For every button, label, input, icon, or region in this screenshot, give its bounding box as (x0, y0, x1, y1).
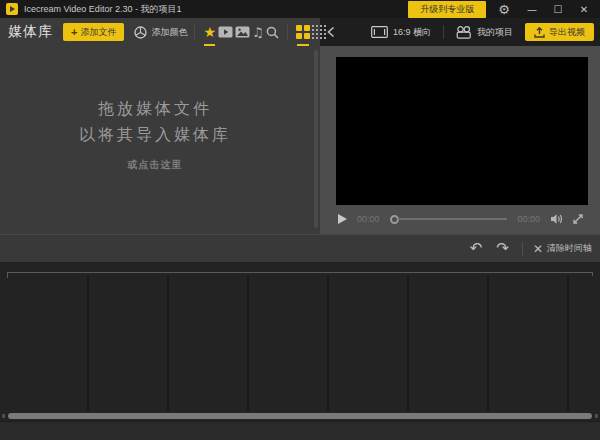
scroll-right-end[interactable] (595, 414, 598, 418)
tab-images[interactable] (235, 21, 250, 43)
grid-small-icon (312, 25, 327, 40)
app-logo-icon (6, 3, 18, 15)
add-color-button[interactable]: 添加颜色 (134, 26, 187, 39)
current-time: 00:00 (357, 214, 380, 224)
timeline-toolbar-separator (522, 242, 523, 256)
volume-icon (550, 213, 564, 225)
main-area: 拖放媒体文件 以将其导入媒体库 或点击这里 00:00 00:00 (0, 46, 600, 234)
media-library-panel: 拖放媒体文件 以将其导入媒体库 或点击这里 (0, 46, 320, 234)
aspect-ratio-icon (371, 26, 388, 38)
fullscreen-icon (572, 213, 584, 225)
video-icon (218, 26, 233, 38)
upgrade-pro-button[interactable]: 升级到专业版 (408, 1, 486, 18)
timeline-gridline (327, 275, 329, 411)
color-wheel-icon (134, 26, 147, 39)
search-button[interactable] (266, 21, 279, 43)
toolbar-row: 媒体库 + 添加文件 添加颜色 ★ (0, 18, 600, 46)
window-title: Icecream Video Editor 2.30 - 我的项目1 (24, 3, 181, 16)
plus-icon: + (71, 26, 77, 38)
toolbar-separator (194, 24, 195, 40)
app-window: Icecream Video Editor 2.30 - 我的项目1 升级到专业… (0, 0, 600, 440)
play-button[interactable] (338, 214, 347, 224)
seek-bar[interactable] (390, 215, 508, 224)
add-color-label: 添加颜色 (151, 26, 187, 39)
my-projects-button[interactable]: 我的项目 (456, 26, 513, 39)
collapse-panel-button[interactable] (327, 26, 335, 38)
media-library-title: 媒体库 (8, 23, 53, 41)
title-bar: Icecream Video Editor 2.30 - 我的项目1 升级到专业… (0, 0, 600, 18)
timeline-scrollbar-track (0, 411, 600, 421)
fullscreen-button[interactable] (572, 213, 584, 225)
timeline-area (0, 262, 600, 411)
clear-timeline-label: 清除时间轴 (547, 242, 592, 255)
chevron-left-icon (327, 26, 335, 38)
timeline-gridline (407, 275, 409, 411)
player-controls: 00:00 00:00 (332, 209, 588, 229)
redo-button[interactable]: ↷ (496, 241, 509, 256)
dropzone-line1: 拖放媒体文件 (0, 96, 310, 122)
media-library-toolbar: 媒体库 + 添加文件 添加颜色 ★ (0, 18, 320, 46)
media-dropzone[interactable]: 拖放媒体文件 以将其导入媒体库 或点击这里 (0, 96, 310, 172)
timeline-scrollbar[interactable] (8, 413, 592, 419)
timeline-gridline (87, 275, 89, 411)
tab-audio[interactable]: ♫ (252, 21, 264, 43)
video-preview-screen (336, 57, 588, 205)
preview-panel: 00:00 00:00 (320, 46, 600, 234)
export-video-button[interactable]: 导出视频 (525, 23, 594, 41)
star-icon: ★ (203, 24, 216, 40)
project-toolbar-separator (443, 25, 444, 39)
grid-large-icon (296, 25, 310, 39)
timeline-grid[interactable] (7, 272, 593, 411)
tab-favorites[interactable]: ★ (203, 21, 216, 43)
minimize-button[interactable]: — (522, 4, 542, 15)
volume-button[interactable] (550, 213, 564, 225)
add-file-button[interactable]: + 添加文件 (63, 23, 124, 41)
tab-videos[interactable] (218, 21, 233, 43)
projects-camera-icon (456, 26, 472, 39)
dropzone-line2: 以将其导入媒体库 (0, 122, 310, 148)
settings-gear-icon[interactable]: ⚙ (498, 3, 510, 16)
seek-track (398, 218, 508, 220)
media-library-scrollbar[interactable] (314, 50, 318, 228)
my-projects-label: 我的项目 (477, 26, 513, 39)
search-icon (266, 26, 279, 39)
timeline-gridline (247, 275, 249, 411)
timeline-toolbar: ↶ ↷ ✕ 清除时间轴 (0, 234, 600, 262)
aspect-ratio-label: 16:9 横向 (393, 26, 431, 39)
toolbar-separator-2 (287, 24, 288, 40)
music-note-icon: ♫ (252, 25, 264, 40)
bottom-bar (0, 421, 600, 440)
timeline-gridline (167, 275, 169, 411)
timeline-gridline (487, 275, 489, 411)
maximize-button[interactable]: ☐ (548, 4, 568, 15)
timeline-gridline (567, 275, 569, 411)
view-small-grid-button[interactable] (312, 21, 327, 43)
clear-x-icon: ✕ (533, 242, 543, 256)
total-time: 00:00 (517, 214, 540, 224)
clear-timeline-button[interactable]: ✕ 清除时间轴 (533, 242, 592, 256)
aspect-ratio-button[interactable]: 16:9 横向 (371, 26, 431, 39)
export-upload-icon (534, 27, 545, 38)
dropzone-line3: 或点击这里 (0, 158, 310, 172)
project-toolbar: 16:9 横向 我的项目 导出视频 (320, 18, 600, 46)
image-icon (235, 26, 250, 38)
export-video-label: 导出视频 (549, 26, 585, 39)
close-button[interactable]: ✕ (574, 4, 594, 15)
scroll-left-end[interactable] (2, 414, 5, 418)
add-file-label: 添加文件 (80, 26, 116, 39)
view-large-grid-button[interactable] (296, 21, 310, 43)
undo-button[interactable]: ↶ (470, 241, 483, 256)
